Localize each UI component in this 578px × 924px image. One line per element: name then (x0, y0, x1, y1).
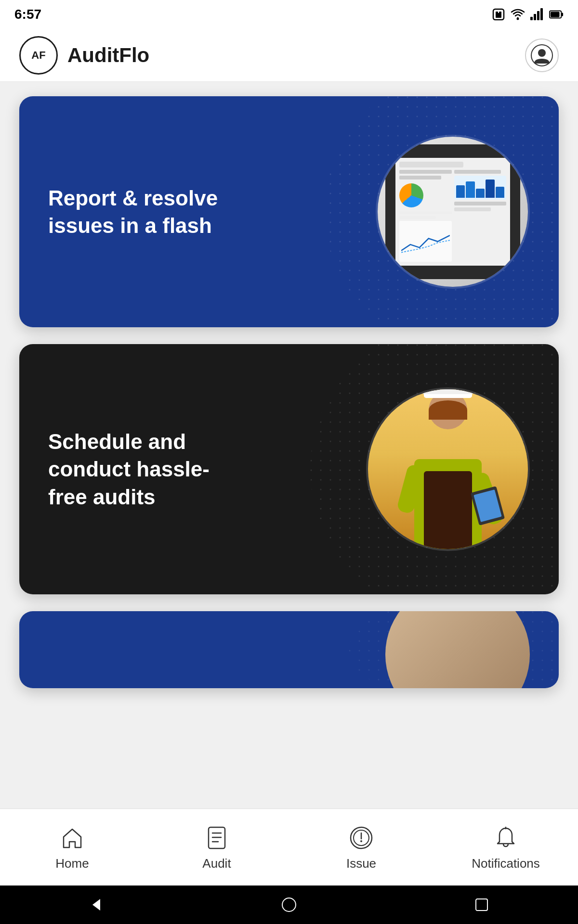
audit-icon (202, 823, 231, 852)
nav-issue-label: Issue (346, 856, 376, 871)
nav-home[interactable]: Home (0, 823, 144, 871)
sim-icon (491, 7, 506, 22)
signal-icon (530, 7, 544, 22)
card-report[interactable]: Report & resolveissues in a flash (19, 96, 559, 327)
header-left: AF AuditFlo (19, 36, 149, 75)
nav-notifications[interactable]: Notifications (434, 823, 578, 871)
nav-audit[interactable]: Audit (144, 823, 289, 871)
card-third[interactable] (19, 611, 559, 688)
app-header: AF AuditFlo (0, 29, 578, 82)
svg-rect-10 (551, 12, 560, 17)
nav-notifications-label: Notifications (472, 856, 540, 871)
home-icon (58, 823, 87, 852)
svg-rect-3 (499, 12, 501, 13)
main-content: Report & resolveissues in a flash (0, 82, 578, 837)
svg-rect-2 (496, 12, 498, 13)
app-title: AuditFlo (67, 44, 149, 67)
svg-rect-1 (496, 13, 501, 18)
status-bar: 6:57 (0, 0, 578, 29)
svg-rect-7 (537, 11, 539, 20)
back-button[interactable] (84, 893, 108, 917)
system-home-button[interactable] (277, 893, 301, 917)
svg-point-13 (538, 49, 546, 57)
svg-rect-5 (530, 17, 533, 20)
app-logo: AF (19, 36, 58, 75)
svg-point-30 (282, 898, 296, 911)
card-report-image (376, 135, 530, 289)
bell-icon (491, 823, 520, 852)
card-audit-title: Schedule andconduct hassle-free audits (48, 430, 210, 508)
svg-rect-11 (561, 13, 563, 16)
wifi-icon (511, 7, 525, 22)
issue-icon (347, 823, 376, 852)
svg-point-4 (517, 18, 519, 20)
battery-icon (549, 7, 564, 22)
svg-rect-31 (476, 899, 487, 911)
svg-rect-8 (540, 8, 543, 20)
svg-point-27 (360, 840, 362, 842)
status-time: 6:57 (14, 7, 41, 22)
recent-apps-button[interactable] (470, 893, 494, 917)
card-audit[interactable]: Schedule andconduct hassle-free audits (19, 344, 559, 594)
svg-rect-6 (534, 14, 536, 20)
nav-issue[interactable]: Issue (289, 823, 434, 871)
profile-button[interactable] (525, 38, 559, 72)
status-icons (491, 7, 564, 22)
card-report-title: Report & resolveissues in a flash (48, 186, 218, 237)
bottom-nav: Home Audit Issue (0, 808, 578, 886)
nav-audit-label: Audit (202, 856, 231, 871)
system-nav (0, 886, 578, 924)
card-audit-image (366, 387, 530, 551)
card-third-image (385, 611, 530, 688)
svg-marker-29 (92, 899, 100, 911)
nav-home-label: Home (55, 856, 89, 871)
